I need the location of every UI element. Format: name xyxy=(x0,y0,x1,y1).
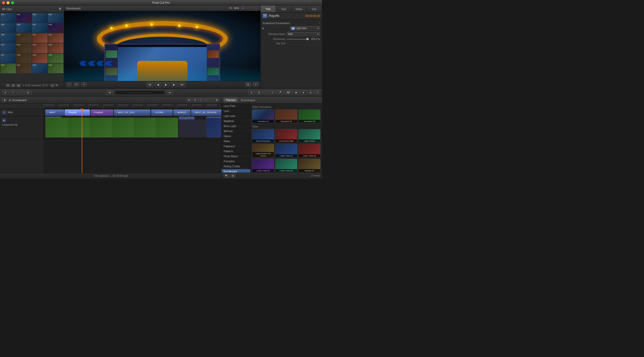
clip-next[interactable]: ↻ NEXT xyxy=(45,109,64,115)
lower-third-03-thumb[interactable]: Lower Third 03 xyxy=(252,159,274,173)
transitions-btn[interactable]: ⇌ xyxy=(307,90,314,95)
clip-thumb-007[interactable]: 🏒 007 xyxy=(32,23,48,33)
step-back-btn[interactable]: ◀ xyxy=(154,82,162,87)
light-intro-dropdown[interactable]: Light Intro ▾ xyxy=(290,26,320,30)
blending-mode-dropdown[interactable]: Add ▾ xyxy=(287,32,320,36)
viewer-fit-btn[interactable]: ⤢ xyxy=(66,83,72,87)
import-btn[interactable]: ⊕ xyxy=(2,90,9,95)
clip-thumb-015[interactable]: 🏒 015 xyxy=(32,43,48,53)
tab-info[interactable]: Info xyxy=(307,6,322,12)
solo-btn[interactable]: S xyxy=(269,90,275,95)
filmstrip-btn[interactable]: ▤ xyxy=(16,84,21,87)
tl-zoom-in[interactable]: + xyxy=(204,98,208,102)
timeline-tracks[interactable]: ↻ NEXT ↻ Playoffs ↻ Football... xyxy=(44,109,221,173)
group-btn[interactable]: ⊕ xyxy=(50,84,55,87)
magnet-btn[interactable]: ⊕ xyxy=(248,90,255,95)
theme-search-btn[interactable]: 🔍 xyxy=(224,174,229,178)
audio-btn[interactable]: ♪ xyxy=(263,90,269,95)
tl-zoom-out[interactable]: − xyxy=(209,98,214,102)
clip-best-season[interactable]: ↻ BEST_OF_SEASON xyxy=(191,109,221,115)
maximize-button[interactable] xyxy=(11,1,14,4)
clip-thumb-009[interactable]: 🏒 009 xyxy=(1,33,16,43)
slider-thumb[interactable] xyxy=(306,38,309,40)
voiceover-btn[interactable]: 🎤 xyxy=(276,90,284,95)
tl-tool-1[interactable]: ⊞ xyxy=(187,98,192,102)
close-button[interactable] xyxy=(2,1,5,4)
clip-thumb-020[interactable]: 🏈 020 xyxy=(48,54,63,63)
around-screens-thumb[interactable]: Around Screens xyxy=(252,129,274,143)
lower-third-02-thumb[interactable]: Lower Third 02 xyxy=(298,144,320,158)
pos-btn[interactable]: ↔ xyxy=(17,90,24,95)
clip-score[interactable]: ↻ SCORE... xyxy=(151,109,173,115)
transition-02-thumb[interactable]: Transition 02 xyxy=(275,109,297,123)
video-clip-2[interactable] xyxy=(206,117,221,138)
rewind-to-start-btn[interactable]: ⏮ xyxy=(146,82,153,87)
glossiness-slider[interactable] xyxy=(287,39,309,40)
transition-01-thumb[interactable]: Transition 01 xyxy=(252,109,274,123)
clip-thumb-024[interactable]: 🏈 024 xyxy=(48,64,63,73)
clip-playoffs[interactable]: ↻ Playoffs xyxy=(65,109,90,115)
clip-thumb-008[interactable]: 🏒 008 xyxy=(48,23,63,33)
around-the-wall-thumb[interactable]: Around the Wall xyxy=(275,129,297,143)
step-forward-btn[interactable]: ▶ xyxy=(171,82,178,87)
theme-light-leak[interactable]: Light Leak xyxy=(222,114,250,119)
grid-view-btn[interactable]: ⊞ xyxy=(11,84,15,87)
info-btn[interactable]: ℹ xyxy=(315,90,320,95)
viewer-fullscreen-btn[interactable]: ⊞ xyxy=(245,83,251,87)
clip-thumb-019[interactable]: 🏒 019 xyxy=(32,54,48,63)
clip-thumb-022[interactable]: 🏒 022 xyxy=(16,64,32,73)
light-panels-full-thumb[interactable]: Light Panels Full Frame xyxy=(252,144,274,158)
expand-icon[interactable]: ▶ xyxy=(263,27,264,29)
viewer-crop-btn[interactable]: ✂ xyxy=(81,83,87,87)
video-clip-1[interactable] xyxy=(45,117,178,138)
tab-text[interactable]: Text xyxy=(276,6,291,12)
clip-thumb-023[interactable]: 🏒 023 xyxy=(32,64,48,73)
clip-best2012[interactable]: ↻ BEST_OF_2012 xyxy=(114,109,150,115)
effects-btn[interactable]: ★ xyxy=(300,90,307,95)
lower-third-01-thumb[interactable]: Lower Third 01 xyxy=(275,144,297,158)
clip-thumb-003[interactable]: 🏒 003 xyxy=(32,13,48,23)
theme-rolling-credits[interactable]: Rolling Credits xyxy=(222,164,250,169)
clip-thumb-016[interactable]: 🏒 016 xyxy=(48,43,63,53)
lower-third-04-thumb[interactable]: Lower Third 04 xyxy=(275,159,297,173)
themes-tab-scoreboard[interactable]: Scoreboard xyxy=(239,98,257,102)
clip-world[interactable]: ↻ WORLD... xyxy=(173,109,190,115)
clip-thumb-006[interactable]: 🏒 006 xyxy=(16,23,32,33)
theme-scoreboard[interactable]: Scoreboard xyxy=(222,169,250,173)
zoom-in-btn[interactable]: + xyxy=(253,6,258,10)
viewer-transform-btn[interactable]: ⟳ xyxy=(74,83,79,87)
clip-thumb-021[interactable]: 🏈 021 xyxy=(1,64,16,73)
fit-dropdown-btn[interactable]: ▾ xyxy=(240,6,245,10)
blade-btn[interactable]: ✂ xyxy=(10,90,17,95)
clip-thumb-005[interactable]: 🏒 005 xyxy=(1,23,16,33)
clip-thumb-018[interactable]: 🏒 018 xyxy=(16,54,32,63)
clip-thumb-001[interactable]: 🏒 001 xyxy=(1,13,16,23)
theme-moon-light[interactable]: Moon Light xyxy=(222,124,250,129)
theme-lens-pack[interactable]: Lens Pack xyxy=(222,104,250,109)
tl-home-btn[interactable]: ⏮ xyxy=(106,90,113,95)
martian-01-thumb[interactable]: Martian 01 xyxy=(298,159,320,173)
tl-fit[interactable]: ⊞ xyxy=(214,98,219,102)
minimize-button[interactable] xyxy=(7,1,10,4)
zoom-out-btn[interactable]: − xyxy=(247,6,252,10)
list-view-btn[interactable]: ☰ xyxy=(6,84,10,87)
theme-news[interactable]: News xyxy=(222,139,250,144)
search-icon[interactable]: 🔍 xyxy=(58,7,62,11)
clip-thumb-011[interactable]: 🏒 011 xyxy=(32,33,48,43)
viewer-share-btn[interactable]: ↗ xyxy=(253,83,258,87)
tl-tool-2[interactable]: ⊕ xyxy=(192,98,197,102)
keyboard-btn[interactable]: ⌨ xyxy=(284,90,292,95)
tl-tool-3[interactable]: ✂ xyxy=(198,98,203,102)
theme-punchline[interactable]: Punchline xyxy=(222,159,250,164)
collapse-icon[interactable]: ▾ xyxy=(318,21,320,25)
theme-paparazzi[interactable]: Paparazzi xyxy=(222,144,250,149)
forward-to-end-btn[interactable]: ⏭ xyxy=(179,82,186,87)
big-text-value[interactable] xyxy=(287,43,320,44)
clip-thumb-017[interactable]: 🏒 017 xyxy=(1,54,16,63)
color-btn[interactable]: ◉ xyxy=(293,90,299,95)
theme-mirpush[interactable]: MirPush xyxy=(222,129,250,134)
clip-thumb-013[interactable]: 🏒 013 xyxy=(1,43,16,53)
clip-thumb-010[interactable]: 🏒 010 xyxy=(16,33,32,43)
themes-tab-themes[interactable]: Themes xyxy=(224,98,238,102)
tl-back-btn[interactable]: ◀ xyxy=(2,98,7,102)
